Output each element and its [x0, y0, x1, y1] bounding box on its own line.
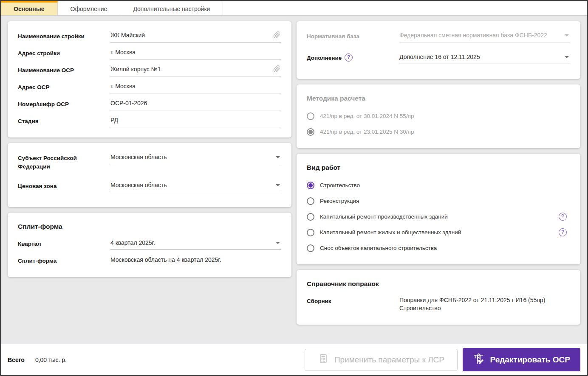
- field-label-text: Стадия: [18, 117, 39, 126]
- chevron-down-icon: [276, 184, 280, 186]
- corrections-fields: СборникПоправки для ФСНБ-2022 от 21.11.2…: [307, 296, 570, 314]
- tab-design[interactable]: Оформление: [58, 1, 121, 15]
- form-field-row: Квартал4 квартал 2025г.: [18, 239, 281, 250]
- card-normative-base: Нормативная базаФедеральная сметная норм…: [297, 21, 580, 79]
- chevron-down-icon: [565, 56, 569, 58]
- field-value-text: г. Москва: [110, 48, 281, 56]
- radio-option[interactable]: Строительство: [307, 182, 570, 189]
- attach-link-icon[interactable]: [273, 31, 280, 39]
- form-field-row: Наименование стройкиЖК Майский: [18, 31, 281, 42]
- dropdown-field[interactable]: Московская область: [110, 153, 281, 164]
- apply-params-to-lsr-button: Применить параметры к ЛСР: [305, 349, 458, 371]
- dropdown-field[interactable]: Московская область: [110, 181, 281, 192]
- radio-button-icon: [307, 128, 314, 136]
- chevron-down-icon: [276, 242, 280, 244]
- form-field-row: Дополнение?Дополнение 16 от 12.11.2025: [307, 53, 570, 64]
- field-label-text: Субъект Российской Федерации: [18, 154, 105, 171]
- form-field-row: Наименование ОСРЖилой корпус №1: [18, 65, 281, 76]
- field-value-text: РД: [110, 116, 281, 124]
- dropdown-field[interactable]: 4 квартал 2025г.: [110, 239, 281, 250]
- radio-option-label: 421/пр в ред. от 23.01.2025 N 30/пр: [320, 128, 414, 136]
- osr-parameters-window: ОсновныеОформлениеДополнительные настрой…: [0, 0, 588, 376]
- field-label: Номер/шифр ОСР: [18, 99, 110, 109]
- bottom-bar: Всего 0,00 тыс. р. Применить параметры к…: [1, 344, 587, 375]
- text-field[interactable]: ЖК Майский: [110, 31, 281, 42]
- normative-base-fields: Нормативная базаФедеральная сметная норм…: [307, 31, 570, 64]
- calculation-method-options: 421/пр в ред. от 30.01.2024 N 55/пр421/п…: [307, 111, 570, 136]
- dropdown-field[interactable]: Дополнение 16 от 12.11.2025: [399, 53, 570, 64]
- tab-main[interactable]: Основные: [1, 1, 58, 15]
- field-label-text: Квартал: [18, 240, 41, 248]
- help-icon[interactable]: ?: [559, 213, 567, 221]
- card-split-form: Сплит-форма Квартал4 квартал 2025г.Сплит…: [8, 213, 291, 277]
- apply-button-label: Применить параметры к ЛСР: [334, 355, 444, 365]
- field-label: Субъект Российской Федерации: [18, 153, 110, 171]
- tab-bar: ОсновныеОформлениеДополнительные настрой…: [1, 1, 587, 16]
- radio-option[interactable]: Капитальный ремонт жилых и общественных …: [307, 229, 570, 236]
- field-label-text: Наименование стройки: [18, 32, 85, 41]
- card-calculation-method: Методика расчета 421/пр в ред. от 30.01.…: [297, 84, 580, 148]
- text-field[interactable]: ОСР-01-2026: [110, 99, 281, 110]
- calculator-icon: [318, 354, 328, 366]
- total-label: Всего: [8, 356, 25, 363]
- radio-button-icon: [307, 182, 314, 189]
- field-label-text: Адрес стройки: [18, 49, 60, 58]
- help-icon[interactable]: ?: [345, 53, 353, 62]
- edit-button-label: Редактировать ОСР: [490, 355, 570, 365]
- calculation-method-title: Методика расчета: [307, 95, 570, 102]
- field-value-text: Федеральная сметная нормативная база ФСН…: [399, 31, 560, 39]
- field-value-text: Жилой корпус №1: [110, 65, 269, 73]
- radio-option-label: Капитальный ремонт жилых и общественных …: [320, 229, 461, 236]
- radio-option[interactable]: Реконструкция: [307, 197, 570, 205]
- form-field-row: Адрес стройкиг. Москва: [18, 48, 281, 59]
- field-label-text: Ценовая зона: [18, 182, 57, 191]
- total-value: 0,00 тыс. р.: [35, 356, 67, 363]
- left-column: Наименование стройкиЖК МайскийАдрес стро…: [8, 21, 291, 344]
- field-label-text: Нормативная база: [307, 32, 359, 41]
- tab-advanced[interactable]: Дополнительные настройки: [120, 1, 223, 15]
- field-value-text: ЖК Майский: [110, 31, 269, 39]
- radio-option-label: Строительство: [320, 182, 360, 189]
- radio-option-label: Реконструкция: [320, 197, 359, 205]
- field-value-text: Московская область: [110, 181, 271, 189]
- form-field-row: СтадияРД: [18, 116, 281, 127]
- field-value-text: Московская область: [110, 153, 271, 161]
- text-field[interactable]: Жилой корпус №1: [110, 65, 281, 76]
- text-field[interactable]: г. Москва: [110, 48, 281, 59]
- field-label: Стадия: [18, 116, 110, 126]
- radio-button-icon: [307, 244, 314, 252]
- field-label-text: Наименование ОСР: [18, 66, 74, 75]
- attach-link-icon[interactable]: [273, 65, 280, 73]
- split-form-title: Сплит-форма: [18, 223, 281, 230]
- dropdown-field: Федеральная сметная нормативная база ФСН…: [399, 31, 570, 42]
- chevron-down-icon: [276, 156, 280, 158]
- card-general-info: Наименование стройкиЖК МайскийАдрес стро…: [8, 21, 291, 137]
- help-icon[interactable]: ?: [559, 228, 567, 236]
- radio-button-icon: [307, 229, 314, 236]
- work-type-options: СтроительствоРеконструкцияКапитальный ре…: [307, 180, 570, 252]
- field-label: Ценовая зона: [18, 181, 110, 191]
- radio-option[interactable]: Капитальный ремонт производственных здан…: [307, 213, 570, 221]
- edit-osr-button[interactable]: Редактировать ОСР: [463, 348, 580, 371]
- form-field-row: Номер/шифр ОСРОСР-01-2026: [18, 99, 281, 110]
- work-type-title: Вид работ: [307, 164, 570, 171]
- radio-button-icon: [307, 197, 314, 205]
- field-label: Сплит-форма: [18, 256, 110, 265]
- field-label-text: Номер/шифр ОСР: [18, 100, 69, 109]
- field-value-text: г. Москва: [110, 82, 281, 90]
- text-field[interactable]: РД: [110, 116, 281, 127]
- field-label-text: Дополнение: [307, 54, 342, 62]
- form-field-row: Сплит-формаМосковская область на 4 кварт…: [18, 256, 281, 267]
- radio-option[interactable]: Снос объектов капитального строительства: [307, 244, 570, 252]
- field-label-text: Сборник: [307, 297, 331, 306]
- radio-button-icon: [307, 213, 314, 221]
- field-label: Квартал: [18, 239, 110, 248]
- tower-crane-pencil-icon: [473, 353, 485, 367]
- text-field: Московская область на 4 квартал 2025г.: [110, 256, 281, 267]
- text-field[interactable]: г. Москва: [110, 82, 281, 93]
- region-fields: Субъект Российской ФедерацииМосковская о…: [18, 153, 281, 192]
- text-field: Поправки для ФСНБ-2022 от 21.11.2025 г И…: [399, 296, 570, 314]
- field-label: Наименование стройки: [18, 31, 110, 41]
- radio-option-label: 421/пр в ред. от 30.01.2024 N 55/пр: [320, 112, 414, 120]
- chevron-down-icon: [565, 34, 569, 36]
